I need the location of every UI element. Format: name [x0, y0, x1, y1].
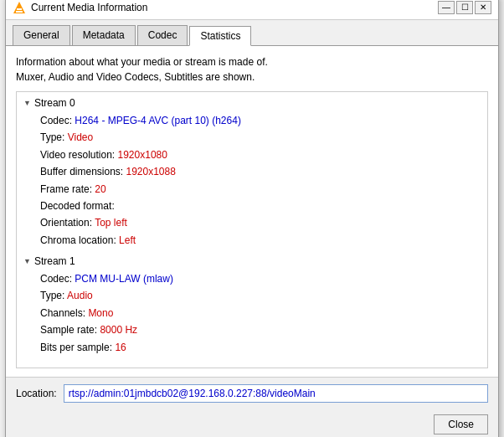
- prop-label: Type:: [40, 131, 68, 143]
- app-icon: [13, 1, 26, 14]
- prop-label: Decoded format:: [40, 200, 115, 212]
- stream-1-prop-2: Channels: Mono: [40, 305, 481, 321]
- stream-1-label: Stream 1: [34, 255, 75, 267]
- prop-label: Bits per sample:: [40, 342, 115, 353]
- description: Information about what your media or str…: [16, 54, 488, 85]
- stream-0-prop-6: Orientation: Top left: [40, 214, 481, 231]
- stream-0-prop-3: Buffer dimensions: 1920x1088: [40, 163, 481, 180]
- svg-rect-2: [16, 11, 23, 13]
- stream-1-header[interactable]: ▼ Stream 1: [23, 255, 481, 267]
- maximize-button[interactable]: ☐: [456, 1, 473, 14]
- prop-label: Chroma location:: [40, 234, 119, 246]
- stream-1-triangle: ▼: [23, 257, 31, 265]
- window-close-button[interactable]: ✕: [475, 1, 491, 14]
- stream-1-prop-0: Codec: PCM MU-LAW (mlaw): [40, 270, 481, 287]
- stream-0-prop-1: Type: Video: [40, 129, 481, 146]
- stream-1-prop-4: Bits per sample: 16: [40, 339, 481, 356]
- stream-1-props: Codec: PCM MU-LAW (mlaw) Type: Audio Cha…: [40, 270, 481, 356]
- stream-0-prop-0: Codec: H264 - MPEG-4 AVC (part 10) (h264…: [40, 112, 481, 129]
- stream-0-triangle: ▼: [23, 99, 31, 107]
- main-window: Current Media Information — ☐ ✕ General …: [5, 0, 499, 437]
- tab-codec[interactable]: Codec: [137, 25, 188, 45]
- stream-0-header[interactable]: ▼ Stream 0: [23, 97, 481, 109]
- prop-value: 1920x1080: [118, 149, 167, 161]
- prop-value: Mono: [88, 307, 113, 319]
- stream-0-label: Stream 0: [34, 97, 75, 109]
- tab-general[interactable]: General: [13, 25, 70, 45]
- titlebar: Current Media Information — ☐ ✕: [6, 0, 498, 20]
- prop-label: Codec:: [40, 115, 75, 126]
- location-bar: Location:: [6, 377, 498, 409]
- description-line1: Information about what your media or str…: [16, 54, 488, 69]
- prop-label: Type:: [40, 290, 67, 301]
- content-area: Information about what your media or str…: [6, 45, 498, 377]
- location-input[interactable]: [64, 384, 488, 403]
- svg-rect-1: [17, 8, 22, 10]
- stream-1-prop-3: Sample rate: 8000 Hz: [40, 321, 481, 338]
- footer: Close: [6, 409, 498, 437]
- stream-0-prop-7: Chroma location: Left: [40, 232, 481, 249]
- prop-value: 20: [95, 183, 105, 195]
- prop-value: Top left: [95, 217, 127, 229]
- prop-label: Codec:: [40, 273, 75, 285]
- prop-label: Channels:: [40, 307, 88, 319]
- prop-value: H264 - MPEG-4 AVC (part 10) (h264): [75, 115, 241, 126]
- tab-statistics[interactable]: Statistics: [189, 26, 251, 46]
- location-label: Location:: [16, 388, 57, 399]
- stream-0-props: Codec: H264 - MPEG-4 AVC (part 10) (h264…: [40, 112, 481, 249]
- prop-value: Left: [119, 234, 136, 246]
- prop-value: Audio: [67, 290, 93, 301]
- stream-box: ▼ Stream 0 Codec: H264 - MPEG-4 AVC (par…: [16, 91, 488, 368]
- prop-label: Orientation:: [40, 217, 95, 229]
- prop-label: Buffer dimensions:: [40, 166, 126, 177]
- prop-label: Frame rate:: [40, 183, 95, 195]
- stream-0-prop-2: Video resolution: 1920x1080: [40, 147, 481, 163]
- stream-0-prop-4: Frame rate: 20: [40, 181, 481, 198]
- prop-label: Sample rate:: [40, 324, 100, 336]
- prop-value: 8000 Hz: [100, 324, 137, 336]
- stream-0-prop-5: Decoded format:: [40, 198, 481, 214]
- tab-metadata[interactable]: Metadata: [72, 25, 136, 45]
- minimize-button[interactable]: —: [438, 1, 455, 14]
- tabs-bar: General Metadata Codec Statistics: [6, 20, 498, 45]
- prop-label: Video resolution:: [40, 149, 118, 161]
- prop-value: 1920x1088: [126, 166, 176, 177]
- window-title: Current Media Information: [31, 2, 438, 13]
- prop-value: Video: [68, 131, 93, 143]
- prop-value: PCM MU-LAW (mlaw): [75, 273, 173, 285]
- window-controls: — ☐ ✕: [438, 1, 491, 14]
- prop-value: 16: [115, 342, 126, 353]
- stream-1-prop-1: Type: Audio: [40, 287, 481, 304]
- close-button[interactable]: Close: [434, 414, 488, 434]
- description-line2: Muxer, Audio and Video Codecs, Subtitles…: [16, 69, 488, 85]
